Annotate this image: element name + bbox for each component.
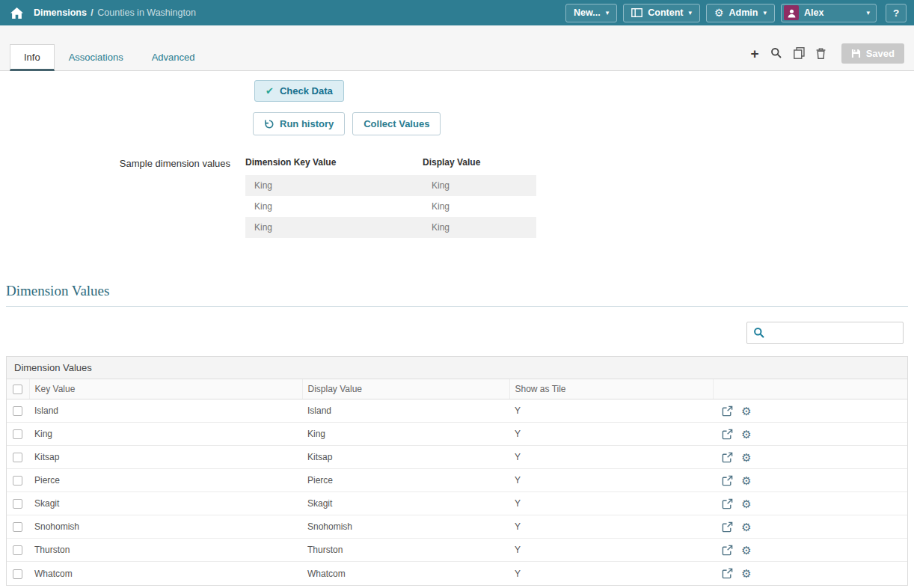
gear-icon[interactable]: ⚙ [741,521,751,533]
export-icon[interactable] [722,452,733,463]
tab-associations-label: Associations [69,52,123,63]
help-button-label: ? [893,7,899,19]
sample-cell: King [245,217,423,238]
table-row: Thurston Thurston Y ⚙ [7,539,907,562]
export-icon[interactable] [722,545,733,556]
topbar: Dimensions / Counties in Washington New.… [0,0,914,25]
sample-cell: King [423,217,536,238]
add-icon[interactable]: + [751,46,759,61]
breadcrumb-current: Counties in Washington [97,7,196,18]
show-as-tile-cell: Y [509,492,713,515]
export-icon[interactable] [722,475,733,486]
chevron-down-icon: ▾ [866,10,870,16]
show-as-tile-cell: Y [509,469,713,492]
show-as-tile-cell: Y [509,423,713,446]
gear-icon[interactable]: ⚙ [741,568,751,579]
key-value-cell: Whatcom [29,562,302,585]
sample-col-display: Display Value [423,152,536,175]
chevron-down-icon: ▾ [606,10,610,16]
user-name: Alex [804,7,861,18]
sample-row: KingKing [245,217,536,238]
run-history-button[interactable]: Run history [253,112,345,135]
export-icon[interactable] [722,405,733,417]
new-button-label: New... [574,7,601,18]
save-icon [851,49,861,58]
row-checkbox[interactable] [13,499,22,509]
sample-table-body: KingKingKingKingKingKing [245,175,536,238]
breadcrumb-separator: / [91,7,93,18]
tab-associations[interactable]: Associations [55,44,138,71]
key-value-cell: Thurston [29,539,302,562]
key-value-cell: Skagit [29,492,302,515]
column-show-as-tile[interactable]: Show as Tile [509,379,713,399]
row-checkbox[interactable] [13,429,22,439]
table-row: Whatcom Whatcom Y ⚙ [7,562,907,585]
row-checkbox[interactable] [13,569,22,579]
tab-advanced[interactable]: Advanced [138,44,209,71]
gear-icon: ⚙ [714,7,724,18]
key-value-cell: Island [29,399,302,423]
column-actions [713,379,907,399]
user-menu-button[interactable]: Alex ▾ [781,4,877,22]
saved-button-label: Saved [866,48,895,59]
trash-icon[interactable] [816,48,826,59]
dimension-values-panel: Dimension Values Key Value Display Value… [6,356,908,586]
export-icon[interactable] [722,498,733,509]
content-icon [631,8,642,17]
row-checkbox[interactable] [13,545,22,555]
history-icon [264,119,274,129]
row-checkbox[interactable] [13,476,22,486]
section-title: Dimension Values [6,283,908,299]
run-history-label: Run history [280,118,334,129]
admin-button-label: Admin [729,7,758,18]
show-as-tile-cell: Y [509,446,713,469]
breadcrumb-section[interactable]: Dimensions [34,7,87,18]
key-value-cell: Kitsap [29,446,302,469]
gear-icon[interactable]: ⚙ [741,475,751,486]
sample-table: Dimension Key Value Display Value KingKi… [245,152,536,238]
copy-icon[interactable] [794,47,805,59]
display-value-cell: Whatcom [302,562,509,585]
gear-icon[interactable]: ⚙ [741,429,751,440]
saved-button[interactable]: Saved [841,43,904,64]
row-checkbox[interactable] [13,406,22,416]
column-display-value[interactable]: Display Value [302,379,509,399]
key-value-cell: Snohomish [29,515,302,539]
help-button[interactable]: ? [886,4,907,22]
export-icon[interactable] [722,521,733,533]
export-icon[interactable] [722,568,733,579]
search-icon[interactable] [770,47,782,59]
sample-values-label: Sample dimension values [0,152,245,238]
gear-icon[interactable]: ⚙ [741,545,751,556]
show-as-tile-cell: Y [509,539,713,562]
collect-values-button[interactable]: Collect Values [352,112,441,135]
table-row: Snohomish Snohomish Y ⚙ [7,515,907,539]
row-checkbox[interactable] [13,522,22,532]
display-value-cell: King [302,423,509,446]
panel-title: Dimension Values [7,357,907,379]
tab-info-label: Info [24,52,40,63]
tab-info[interactable]: Info [10,44,55,71]
select-all-checkbox[interactable] [13,385,22,394]
check-icon: ✔ [266,85,274,97]
search-input[interactable] [746,322,904,344]
search-box [746,322,904,344]
content-button-label: Content [648,7,683,18]
content-button[interactable]: Content ▾ [623,4,700,22]
sample-col-key: Dimension Key Value [245,152,423,175]
gear-icon[interactable]: ⚙ [741,498,751,509]
display-value-cell: Snohomish [302,515,509,539]
row-checkbox[interactable] [13,453,22,462]
collect-values-label: Collect Values [364,118,429,129]
export-icon[interactable] [722,429,733,440]
column-key-value[interactable]: Key Value [29,379,302,399]
gear-icon[interactable]: ⚙ [741,452,751,463]
new-button[interactable]: New... ▾ [565,4,617,22]
topbar-actions: New... ▾ Content ▾ ⚙ Admin ▾ Alex ▾ ? [565,4,907,22]
home-icon[interactable] [7,7,26,19]
tab-advanced-label: Advanced [152,52,195,63]
check-data-button[interactable]: ✔ Check Data [254,80,344,102]
admin-button[interactable]: ⚙ Admin ▾ [706,4,775,22]
table-header-row: Key Value Display Value Show as Tile [7,379,907,399]
gear-icon[interactable]: ⚙ [741,405,751,417]
